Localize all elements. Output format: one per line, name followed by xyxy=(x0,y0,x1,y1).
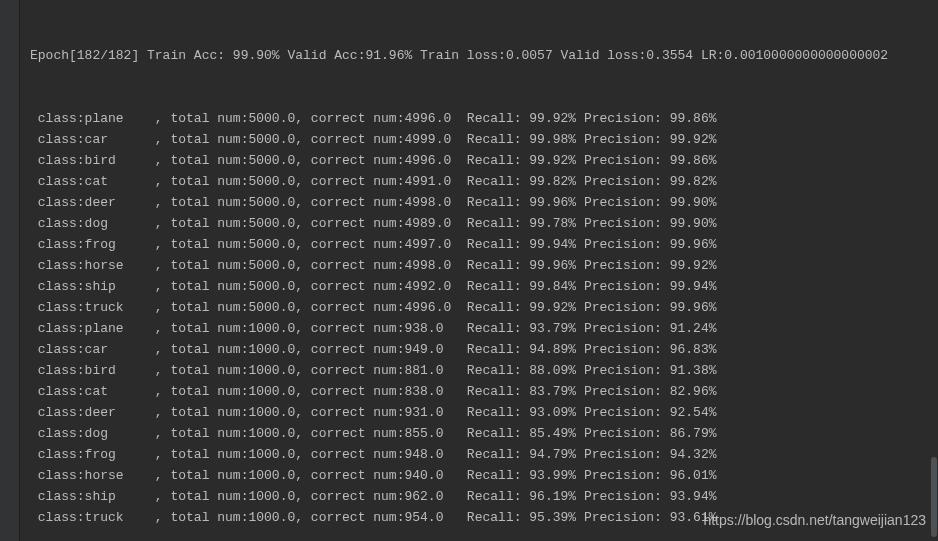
class-metrics-line: class:horse , total num:5000.0, correct … xyxy=(30,255,928,276)
source-watermark: https://blog.csdn.net/tangweijian123 xyxy=(703,510,926,531)
class-metrics-line: class:horse , total num:1000.0, correct … xyxy=(30,465,928,486)
class-metrics-line: class:bird , total num:5000.0, correct n… xyxy=(30,150,928,171)
class-metrics-line: class:cat , total num:1000.0, correct nu… xyxy=(30,381,928,402)
class-metrics-line: class:cat , total num:5000.0, correct nu… xyxy=(30,171,928,192)
class-metrics-line: class:dog , total num:1000.0, correct nu… xyxy=(30,423,928,444)
scroll-thumb[interactable] xyxy=(931,457,937,537)
class-metrics-line: class:car , total num:1000.0, correct nu… xyxy=(30,339,928,360)
class-metrics-line: class:dog , total num:5000.0, correct nu… xyxy=(30,213,928,234)
vertical-scrollbar[interactable] xyxy=(930,0,938,541)
class-metrics-line: class:plane , total num:5000.0, correct … xyxy=(30,108,928,129)
class-metrics-line: class:frog , total num:1000.0, correct n… xyxy=(30,444,928,465)
class-metrics-line: class:deer , total num:5000.0, correct n… xyxy=(30,192,928,213)
class-metrics-line: class:ship , total num:1000.0, correct n… xyxy=(30,486,928,507)
terminal-output[interactable]: Epoch[182/182] Train Acc: 99.90% Valid A… xyxy=(20,0,938,541)
class-metrics-line: class:deer , total num:1000.0, correct n… xyxy=(30,402,928,423)
class-metrics-line: class:bird , total num:1000.0, correct n… xyxy=(30,360,928,381)
epoch-summary-line: Epoch[182/182] Train Acc: 99.90% Valid A… xyxy=(30,45,928,66)
console-gutter xyxy=(0,0,20,541)
class-metrics-line: class:ship , total num:5000.0, correct n… xyxy=(30,276,928,297)
class-metrics-line: class:frog , total num:5000.0, correct n… xyxy=(30,234,928,255)
class-metrics-line: class:plane , total num:1000.0, correct … xyxy=(30,318,928,339)
class-metrics-line: class:truck , total num:5000.0, correct … xyxy=(30,297,928,318)
class-metrics-line: class:car , total num:5000.0, correct nu… xyxy=(30,129,928,150)
